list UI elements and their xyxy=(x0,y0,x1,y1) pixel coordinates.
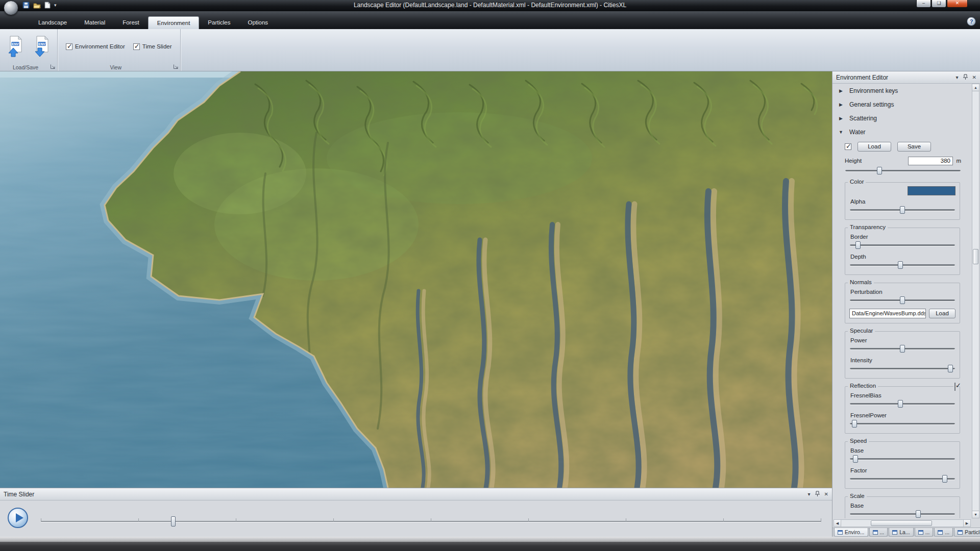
save-icon[interactable] xyxy=(22,2,30,9)
app-menu-orb[interactable] xyxy=(4,1,18,15)
terrain-viewport[interactable] xyxy=(0,71,832,488)
slider-thumb[interactable] xyxy=(855,241,861,249)
scroll-right-icon[interactable]: ▶ xyxy=(963,520,970,527)
tree-item-scattering[interactable]: ▶ Scattering xyxy=(832,111,971,125)
terrain-render xyxy=(0,71,832,488)
tab-forest[interactable]: Forest xyxy=(114,16,148,29)
slider-thumb[interactable] xyxy=(898,400,903,408)
maximize-button[interactable]: ❏ xyxy=(932,0,946,8)
scrollbar-thumb[interactable] xyxy=(973,249,978,264)
group-label-load-save: Load/Save xyxy=(1,64,50,70)
time-slider-toggle[interactable]: Time Slider xyxy=(133,43,172,50)
expand-arrow-icon[interactable]: ▶ xyxy=(838,102,844,107)
dialog-launcher-icon[interactable] xyxy=(173,64,179,69)
intensity-label: Intensity xyxy=(850,357,955,363)
speed-base-slider[interactable] xyxy=(849,455,955,463)
scale-base-slider[interactable] xyxy=(849,510,955,518)
panel-tab-particles[interactable]: Particles xyxy=(954,528,980,537)
height-input[interactable]: 380 xyxy=(908,157,953,165)
new-file-icon[interactable] xyxy=(44,2,51,9)
time-slider-checkbox[interactable] xyxy=(133,43,140,50)
tab-material[interactable]: Material xyxy=(76,16,114,29)
slider-thumb[interactable] xyxy=(900,206,905,214)
time-slider-timeline[interactable] xyxy=(41,516,821,527)
panel-tab-2[interactable]: ... xyxy=(869,528,888,537)
panel-menu-chevron-icon[interactable]: ▾ xyxy=(808,492,811,497)
panel-horizontal-scrollbar[interactable]: ◀ ▶ xyxy=(834,519,971,527)
normals-load-button[interactable]: Load xyxy=(929,309,955,318)
normals-group-label: Normals xyxy=(848,279,874,285)
speed-factor-slider[interactable] xyxy=(849,475,955,483)
depth-slider[interactable] xyxy=(849,261,955,269)
perturbation-slider[interactable] xyxy=(849,296,955,304)
panel-tab-5[interactable]: ... xyxy=(934,528,953,537)
help-button[interactable]: ? xyxy=(967,17,976,26)
panel-tab-4[interactable]: ... xyxy=(915,528,934,537)
tree-item-label: General settings xyxy=(849,101,894,108)
scroll-left-icon[interactable]: ◀ xyxy=(834,520,841,527)
scrollbar-thumb[interactable] xyxy=(871,520,932,526)
slider-thumb[interactable] xyxy=(853,455,858,463)
tab-environment[interactable]: Environment xyxy=(148,16,200,29)
expand-arrow-icon[interactable]: ▼ xyxy=(838,130,844,135)
load-environment-button[interactable]: ENV xyxy=(3,31,28,62)
tree-item-general-settings[interactable]: ▶ General settings xyxy=(832,97,971,111)
panel-menu-chevron-icon[interactable]: ▾ xyxy=(956,75,959,80)
panel-tab-landscape[interactable]: La... xyxy=(889,528,913,537)
dialog-launcher-icon[interactable] xyxy=(50,64,56,69)
environment-editor-toggle[interactable]: Environment Editor xyxy=(66,43,125,50)
play-icon xyxy=(16,513,23,522)
close-button[interactable]: ✕ xyxy=(947,0,968,8)
play-button[interactable] xyxy=(8,508,28,528)
water-save-button[interactable]: Save xyxy=(897,142,931,152)
panel-close-icon[interactable]: ✕ xyxy=(972,75,976,80)
environment-editor-checkbox[interactable] xyxy=(66,43,72,50)
tree-item-water[interactable]: ▼ Water xyxy=(832,125,971,139)
open-icon[interactable] xyxy=(33,2,41,9)
timeline-tick xyxy=(41,518,41,522)
slider-thumb[interactable] xyxy=(900,345,905,353)
border-slider[interactable] xyxy=(849,241,955,249)
water-load-button[interactable]: Load xyxy=(857,142,891,152)
speed-factor-label: Factor xyxy=(850,467,955,473)
fresnel-bias-slider[interactable] xyxy=(849,400,955,408)
panel-vertical-scrollbar[interactable]: ▲ ▼ xyxy=(972,84,979,518)
tab-options[interactable]: Options xyxy=(239,16,277,29)
slider-thumb[interactable] xyxy=(900,296,905,304)
expand-arrow-icon[interactable]: ▶ xyxy=(838,116,844,121)
fresnel-power-slider[interactable] xyxy=(849,420,955,428)
slider-track xyxy=(850,368,955,369)
scale-base-label: Base xyxy=(850,503,955,509)
panel-pin-icon[interactable] xyxy=(815,491,820,498)
tab-landscape[interactable]: Landscape xyxy=(30,16,76,29)
power-slider[interactable] xyxy=(849,345,955,353)
panel-close-icon[interactable]: ✕ xyxy=(824,492,828,497)
panel-tab-environment[interactable]: Enviro... xyxy=(834,528,868,537)
slider-thumb[interactable] xyxy=(877,167,882,174)
intensity-slider[interactable] xyxy=(849,365,955,372)
panel-pin-icon[interactable] xyxy=(963,74,968,81)
height-slider[interactable] xyxy=(845,167,961,174)
speed-group-label: Speed xyxy=(848,438,869,444)
water-enabled-checkbox[interactable] xyxy=(845,143,851,150)
normals-file-input[interactable]: Data/Engine/WavesBump.dds xyxy=(849,309,926,318)
quick-access-caret-icon[interactable]: ▾ xyxy=(54,3,57,8)
window-icon xyxy=(918,530,923,535)
alpha-slider[interactable] xyxy=(849,206,955,214)
time-slider-handle[interactable] xyxy=(171,516,176,527)
tab-particles[interactable]: Particles xyxy=(199,16,239,29)
reflection-enabled-checkbox[interactable] xyxy=(954,383,955,391)
slider-thumb[interactable] xyxy=(898,261,903,269)
scroll-down-icon[interactable]: ▼ xyxy=(972,511,979,518)
scroll-up-icon[interactable]: ▲ xyxy=(972,84,979,91)
minimize-button[interactable]: – xyxy=(916,0,931,8)
water-color-swatch[interactable] xyxy=(908,186,955,195)
slider-thumb[interactable] xyxy=(916,510,921,518)
save-environment-button[interactable]: ENV xyxy=(30,31,54,62)
timeline-tick xyxy=(333,518,334,522)
tree-item-environment-keys[interactable]: ▶ Environment keys xyxy=(832,84,971,97)
expand-arrow-icon[interactable]: ▶ xyxy=(838,88,844,93)
slider-thumb[interactable] xyxy=(948,365,953,372)
slider-thumb[interactable] xyxy=(852,420,857,428)
slider-thumb[interactable] xyxy=(942,475,947,483)
